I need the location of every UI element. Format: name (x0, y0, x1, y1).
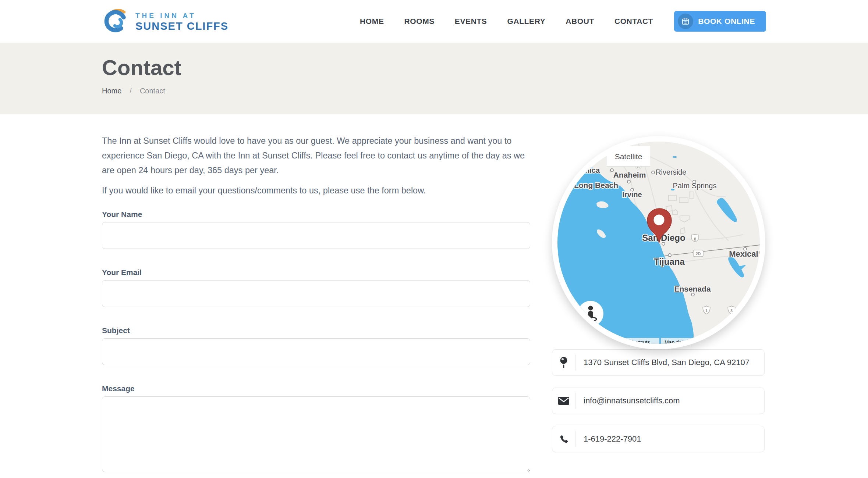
map-city-label-irvine: Irvine (622, 190, 642, 199)
pegman-street-view-button[interactable] (578, 301, 603, 327)
logo-text: THE INN AT SUNSET CLIFFS (135, 11, 228, 32)
breadcrumb: Home / Contact (102, 87, 868, 95)
intro-paragraph-1: The Inn at Sunset Cliffs would love to h… (102, 133, 530, 178)
main-nav: HOME ROOMS EVENTS GALLERY ABOUT CONTACT (360, 17, 653, 26)
envelope-icon (552, 397, 575, 405)
contact-intro-and-form: The Inn at Sunset Cliffs would love to h… (102, 133, 530, 474)
phone-icon (552, 434, 575, 444)
map-attribution: d shortcuts Map data © (600, 338, 706, 344)
breadcrumb-current: Contact (140, 87, 165, 95)
map-city-label-mexicali: Mexicali (729, 249, 760, 258)
phone-card: 1-619-222-7901 (552, 426, 765, 452)
map-city-label-riverside: Riverside (656, 168, 686, 176)
email-card: info@innatsunsetcliffs.com (552, 388, 765, 414)
site-logo[interactable]: THE INN AT SUNSET CLIFFS (103, 7, 228, 36)
nav-item-gallery[interactable]: GALLERY (507, 17, 545, 26)
main-content: The Inn at Sunset Cliffs would love to h… (0, 114, 868, 474)
map-and-contact-info: 10 8 2D 1 3 (552, 133, 765, 474)
satellite-button-label: Satellite (615, 152, 642, 161)
nav-item-about[interactable]: ABOUT (566, 17, 594, 26)
map-city-label-anaheim: Anaheim (613, 171, 646, 179)
page-hero: Contact Home / Contact (0, 43, 868, 114)
map-city-label-palm-springs: Palm Springs (673, 182, 717, 190)
intro-paragraph-2: If you would like to email your question… (102, 183, 530, 198)
card-divider (575, 431, 575, 447)
email-input[interactable] (102, 280, 530, 307)
svg-text:3: 3 (730, 308, 733, 313)
keyboard-shortcuts-link[interactable]: d shortcuts (625, 339, 650, 344)
message-textarea[interactable] (102, 396, 530, 472)
message-label: Message (102, 384, 530, 393)
name-input[interactable] (102, 222, 530, 249)
nav-item-contact[interactable]: CONTACT (614, 17, 653, 26)
svg-text:8: 8 (694, 237, 696, 241)
contact-form: Your Name Your Email Subject Message (102, 210, 530, 474)
name-label: Your Name (102, 210, 530, 219)
wave-sun-logo-icon (103, 7, 130, 36)
map-city-label-long-beach: Long Beach (574, 181, 618, 189)
page-title: Contact (102, 55, 868, 80)
email-label: Your Email (102, 268, 530, 277)
logo-line2: SUNSET CLIFFS (135, 21, 228, 32)
message-field-group: Message (102, 384, 530, 474)
nav-item-rooms[interactable]: ROOMS (404, 17, 435, 26)
book-online-button[interactable]: BOOK ONLINE (674, 11, 766, 32)
logo-line1: THE INN AT (135, 11, 228, 21)
map-pin-icon (552, 356, 575, 369)
site-header: THE INN AT SUNSET CLIFFS HOME ROOMS EVEN… (0, 0, 868, 43)
map-type-satellite-button[interactable]: Satellite (607, 146, 650, 167)
book-online-label: BOOK ONLINE (698, 17, 755, 26)
subject-input[interactable] (102, 338, 530, 365)
subject-label: Subject (102, 326, 530, 335)
email-field-group: Your Email (102, 268, 530, 307)
subject-field-group: Subject (102, 326, 530, 365)
calendar-icon (678, 14, 693, 29)
address-card: 1370 Sunset Cliffs Blvd, San Diego, CA 9… (552, 349, 765, 376)
breadcrumb-home-link[interactable]: Home (102, 87, 121, 95)
location-map: 10 8 2D 1 3 (552, 136, 765, 349)
map-city-label-ensenada: Ensenada (674, 285, 711, 293)
address-text: 1370 Sunset Cliffs Blvd, San Diego, CA 9… (584, 358, 750, 367)
nav-item-events[interactable]: EVENTS (455, 17, 487, 26)
map-city-label-tijuana: Tijuana (654, 257, 685, 267)
map-city-label-monica: nica (585, 166, 600, 174)
breadcrumb-separator: / (130, 87, 132, 95)
google-map-canvas[interactable]: 10 8 2D 1 3 (557, 142, 760, 344)
email-text: info@innatsunsetcliffs.com (584, 396, 680, 406)
map-data-attribution[interactable]: Map data © (665, 339, 691, 344)
phone-text: 1-619-222-7901 (584, 434, 641, 444)
card-divider (575, 355, 575, 370)
svg-text:1: 1 (705, 308, 708, 313)
nav-item-home[interactable]: HOME (360, 17, 384, 26)
card-divider (575, 393, 575, 409)
svg-text:2D: 2D (695, 252, 701, 256)
name-field-group: Your Name (102, 210, 530, 249)
